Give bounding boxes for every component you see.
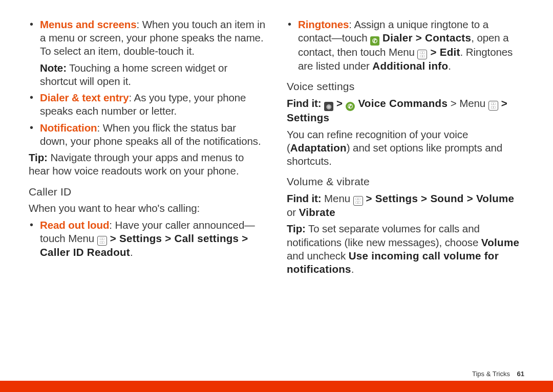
launcher-icon <box>324 102 333 111</box>
find-it-volume: Find it: Menu > Settings > Sound > Volum… <box>287 192 524 219</box>
text: To set separate volumes for calls and no… <box>287 223 481 248</box>
section-name: Tips & Tricks <box>472 370 510 378</box>
right-column: Ringtones: Assign a unique ringtone to a… <box>287 18 524 279</box>
page-footer: Tips & Tricks 61 <box>472 370 524 378</box>
vibrate: Vibrate <box>299 206 335 218</box>
nav-edit: > Edit <box>427 46 460 58</box>
bullet-head: Dialer & text entry <box>40 92 129 103</box>
two-column-layout: Menus and screens: When you touch an ite… <box>0 0 553 279</box>
voice-commands: Voice Commands <box>355 97 448 109</box>
footer-bar <box>0 381 553 392</box>
find-it-label: Find it: <box>287 192 322 204</box>
nav-path: > Settings > Sound > Volume <box>363 192 515 204</box>
gt: > <box>333 97 346 109</box>
additional-info: Additional info <box>372 60 448 72</box>
text: and uncheck <box>287 250 349 262</box>
bullet-notification: Notification: When you flick the status … <box>29 121 266 148</box>
tip-volume: Tip: To set separate volumes for calls a… <box>287 222 524 276</box>
bullet-read-out-loud: Read out loud: Have your caller announce… <box>29 219 266 259</box>
menu-icon <box>97 236 107 246</box>
period: . <box>448 60 451 72</box>
note-block: Note: Touching a home screen widget or s… <box>29 61 266 88</box>
manual-page: Menus and screens: When you touch an ite… <box>0 0 553 392</box>
dialer-icon <box>370 36 379 46</box>
voice-settings-body: You can refine recognition of your voice… <box>287 128 524 168</box>
note-body: Touching a home screen widget or shortcu… <box>40 62 227 87</box>
find-it-label: Find it: <box>287 97 322 109</box>
volume: Volume <box>481 236 519 248</box>
text: > Menu <box>448 97 488 109</box>
period: . <box>351 263 354 275</box>
bullet-menus-screens: Menus and screens: When you touch an ite… <box>29 18 266 58</box>
note-label: Note: <box>40 62 67 74</box>
bullet-head: Ringtones <box>298 18 349 30</box>
heading-caller-id: Caller ID <box>29 185 266 199</box>
tip-block: Tip: Navigate through your apps and menu… <box>29 151 266 178</box>
bullet-ringtones: Ringtones: Assign a unique ringtone to a… <box>287 18 524 73</box>
bullet-dialer-text: Dialer & text entry: As you type, your p… <box>29 91 266 118</box>
menu-icon <box>488 101 498 111</box>
caller-id-intro: When you want to hear who's calling: <box>29 202 266 215</box>
heading-volume-vibrate: Volume & vibrate <box>287 175 524 189</box>
nav-path: Dialer > Contacts <box>379 32 471 43</box>
voice-commands-icon <box>346 102 355 111</box>
or: or <box>287 206 299 218</box>
bullet-head: Read out loud <box>40 219 109 231</box>
text: Menu <box>322 192 353 204</box>
adaptation: Adaptation <box>290 142 347 154</box>
tip-label: Tip: <box>29 151 48 163</box>
tip-label: Tip: <box>287 223 306 234</box>
menu-icon <box>353 196 363 206</box>
tip-body: Navigate through your apps and menus to … <box>29 151 244 177</box>
find-it-voice: Find it: > Voice Commands > Menu > Setti… <box>287 97 524 124</box>
bullet-head: Notification <box>40 122 97 134</box>
heading-voice-settings: Voice settings <box>287 80 524 94</box>
left-column: Menus and screens: When you touch an ite… <box>29 18 266 279</box>
page-number: 61 <box>517 370 524 378</box>
bullet-head: Menus and screens <box>40 18 137 30</box>
menu-icon <box>417 50 427 59</box>
period: . <box>130 246 133 258</box>
